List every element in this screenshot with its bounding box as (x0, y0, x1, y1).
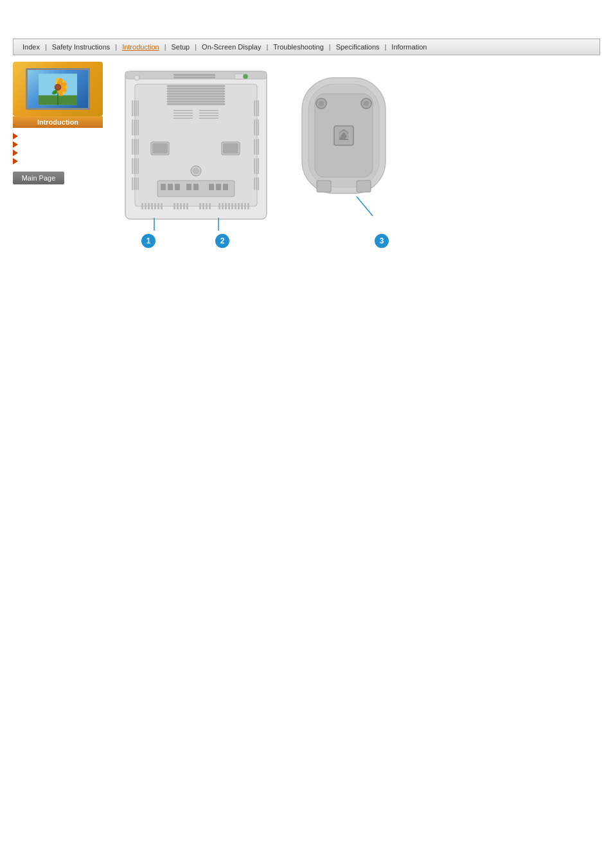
svg-rect-50 (258, 120, 259, 136)
svg-rect-113 (173, 76, 215, 78)
svg-rect-89 (161, 203, 163, 209)
svg-rect-103 (231, 203, 233, 209)
svg-rect-42 (134, 177, 135, 190)
svg-rect-86 (151, 203, 153, 209)
svg-rect-32 (138, 120, 139, 136)
svg-rect-19 (167, 91, 225, 92)
svg-rect-91 (177, 203, 179, 209)
svg-rect-83 (141, 203, 143, 209)
svg-rect-81 (216, 184, 221, 190)
svg-rect-77 (175, 184, 180, 190)
svg-rect-85 (148, 203, 150, 209)
svg-rect-107 (244, 203, 246, 209)
intro-label: Introduction (13, 116, 103, 128)
svg-rect-92 (180, 203, 182, 209)
svg-rect-99 (218, 203, 220, 209)
svg-rect-98 (209, 203, 211, 209)
monitor-screen (26, 68, 90, 110)
svg-rect-90 (173, 203, 175, 209)
svg-rect-49 (256, 120, 257, 136)
svg-rect-29 (132, 120, 133, 136)
svg-rect-106 (241, 203, 243, 209)
nav-safety[interactable]: Safety Instructions (48, 42, 114, 52)
nav-sep-5: | (265, 43, 269, 51)
svg-rect-87 (154, 203, 156, 209)
svg-rect-66 (199, 115, 218, 116)
svg-point-109 (134, 75, 139, 80)
svg-rect-33 (132, 139, 133, 155)
svg-rect-96 (202, 203, 204, 209)
nav-osd[interactable]: On-Screen Display (198, 42, 265, 52)
svg-line-127 (357, 197, 373, 216)
svg-rect-41 (132, 177, 133, 190)
stand-svg (292, 65, 395, 232)
nav-setup[interactable]: Setup (167, 42, 193, 52)
svg-point-120 (319, 101, 324, 106)
callout-3: 3 (375, 234, 389, 248)
svg-rect-94 (186, 203, 188, 209)
monitor-back-svg (112, 65, 280, 245)
svg-point-111 (243, 74, 248, 79)
svg-rect-84 (145, 203, 147, 209)
svg-rect-37 (132, 158, 133, 174)
svg-rect-28 (138, 100, 139, 116)
svg-rect-97 (206, 203, 208, 209)
svg-rect-100 (222, 203, 224, 209)
nav-introduction[interactable]: Introduction (118, 42, 163, 52)
svg-rect-35 (136, 139, 137, 155)
svg-rect-55 (256, 158, 257, 174)
sidebar-item-2[interactable] (13, 141, 112, 148)
svg-rect-39 (136, 158, 137, 174)
arrow-icon-2 (13, 141, 18, 148)
svg-rect-38 (134, 158, 135, 174)
svg-rect-45 (254, 100, 255, 116)
svg-rect-51 (254, 139, 255, 155)
svg-rect-67 (199, 118, 218, 119)
svg-rect-93 (183, 203, 185, 209)
nav-troubleshooting[interactable]: Troubleshooting (269, 42, 327, 52)
svg-rect-78 (186, 184, 191, 190)
nav-sep-3: | (163, 43, 168, 51)
svg-rect-26 (134, 100, 135, 116)
sidebar-item-3[interactable] (13, 150, 112, 156)
svg-point-122 (364, 101, 369, 106)
svg-rect-24 (167, 103, 225, 105)
svg-rect-79 (193, 184, 199, 190)
flower-image (39, 73, 77, 105)
svg-rect-64 (199, 110, 218, 111)
svg-rect-108 (247, 203, 249, 209)
svg-point-73 (193, 168, 199, 174)
svg-rect-82 (223, 184, 228, 190)
nav-sep-4: | (193, 43, 198, 51)
svg-rect-126 (357, 181, 371, 192)
stand-diagram: 3 (292, 65, 395, 251)
svg-rect-20 (167, 93, 225, 94)
navigation-bar: Index | Safety Instructions | Introducti… (13, 39, 600, 55)
svg-rect-75 (161, 184, 166, 190)
svg-rect-105 (238, 203, 240, 209)
arrow-icon-1 (13, 133, 18, 139)
content-area: 1 2 (112, 62, 600, 251)
svg-rect-112 (173, 74, 215, 76)
main-layout: Introduction Main Page (13, 62, 600, 251)
svg-rect-104 (235, 203, 236, 209)
main-page-button[interactable]: Main Page (13, 172, 64, 184)
nav-specifications[interactable]: Specifications (332, 42, 384, 52)
nav-sep-6: | (328, 43, 332, 51)
nav-sep-2: | (114, 43, 118, 51)
nav-index[interactable]: Index (19, 42, 44, 52)
svg-rect-69 (152, 143, 168, 154)
svg-rect-17 (167, 85, 225, 87)
nav-information[interactable]: Information (387, 42, 431, 52)
sidebar-item-4[interactable] (13, 158, 112, 164)
svg-rect-47 (258, 100, 259, 116)
svg-rect-63 (173, 118, 193, 119)
sidebar-item-1[interactable] (13, 133, 112, 139)
svg-rect-30 (134, 120, 135, 136)
svg-point-13 (55, 84, 60, 89)
svg-rect-44 (138, 177, 139, 190)
svg-rect-80 (209, 184, 214, 190)
svg-rect-31 (136, 120, 137, 136)
svg-rect-76 (168, 184, 173, 190)
monitor-thumbnail (13, 62, 103, 116)
